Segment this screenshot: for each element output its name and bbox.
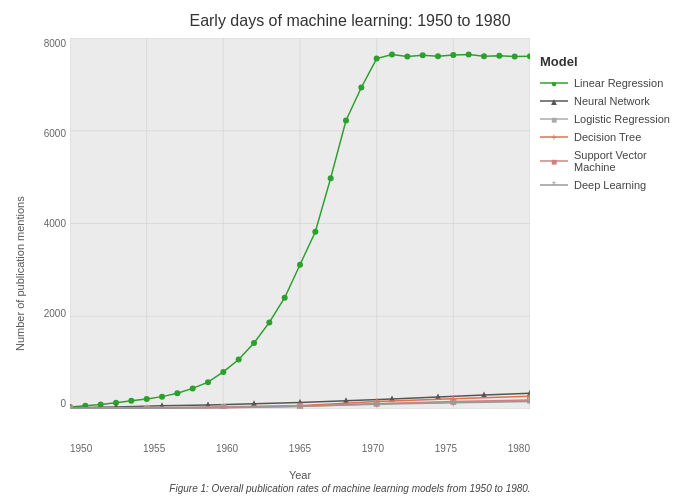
y-axis-label: Number of publication mentions <box>10 34 30 483</box>
legend-label: Decision Tree <box>574 131 641 143</box>
legend-panel: Model ● Linear Regression ▲ Neural Netwo… <box>530 34 690 483</box>
y-ticks: 02000400060008000 <box>30 34 70 439</box>
svg-text:■: ■ <box>551 114 557 125</box>
chart-container: Early days of machine learning: 1950 to … <box>0 0 700 500</box>
x-tick: 1965 <box>289 443 311 454</box>
legend-item: * Deep Learning <box>540 179 690 191</box>
legend-item: ▲ Neural Network <box>540 95 690 107</box>
legend-label: Deep Learning <box>574 179 646 191</box>
plot-region <box>70 38 530 409</box>
y-tick: 6000 <box>30 128 70 139</box>
legend-label: Neural Network <box>574 95 650 107</box>
x-axis-label: Year <box>70 469 530 483</box>
legend-item: + Decision Tree <box>540 131 690 143</box>
x-tick: 1975 <box>435 443 457 454</box>
legend-item: ■ Support Vector Machine <box>540 149 690 173</box>
x-tick: 1955 <box>143 443 165 454</box>
legend-label: Support Vector Machine <box>574 149 690 173</box>
svg-text:■: ■ <box>551 156 557 167</box>
y-tick: 8000 <box>30 38 70 49</box>
svg-text:+: + <box>551 132 557 143</box>
legend-label: Logistic Regression <box>574 113 670 125</box>
x-ticks: 1950195519601965197019751980 <box>70 439 530 469</box>
chart-caption: Figure 1: Overall publication rates of m… <box>169 483 530 494</box>
legend-title: Model <box>540 54 690 69</box>
x-tick: 1950 <box>70 443 92 454</box>
x-axis-row: 1950195519601965197019751980 <box>70 439 530 469</box>
x-tick: 1970 <box>362 443 384 454</box>
svg-text:*: * <box>552 180 556 191</box>
chart-title: Early days of machine learning: 1950 to … <box>189 12 510 30</box>
x-tick: 1960 <box>216 443 238 454</box>
svg-text:▲: ▲ <box>549 96 559 107</box>
legend-label: Linear Regression <box>574 77 663 89</box>
y-tick: 2000 <box>30 308 70 319</box>
legend-item: ■ Logistic Regression <box>540 113 690 125</box>
x-tick: 1980 <box>508 443 530 454</box>
y-tick: 4000 <box>30 218 70 229</box>
legend-item: ● Linear Regression <box>540 77 690 89</box>
y-tick: 0 <box>30 398 70 409</box>
svg-text:●: ● <box>551 78 557 89</box>
